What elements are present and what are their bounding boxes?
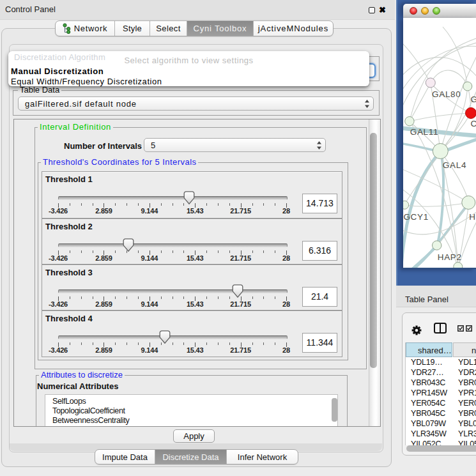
- svg-text:GAL11: GAL11: [410, 127, 439, 137]
- svg-text:GCY1: GCY1: [403, 212, 429, 222]
- svg-text:C: C: [471, 119, 476, 128]
- svg-text:HAP2: HAP2: [438, 252, 462, 262]
- svg-text:GA: GA: [471, 95, 476, 104]
- svg-text:GAL80: GAL80: [432, 89, 461, 99]
- svg-text:GAL4: GAL4: [443, 160, 466, 170]
- svg-text:H: H: [469, 212, 475, 222]
